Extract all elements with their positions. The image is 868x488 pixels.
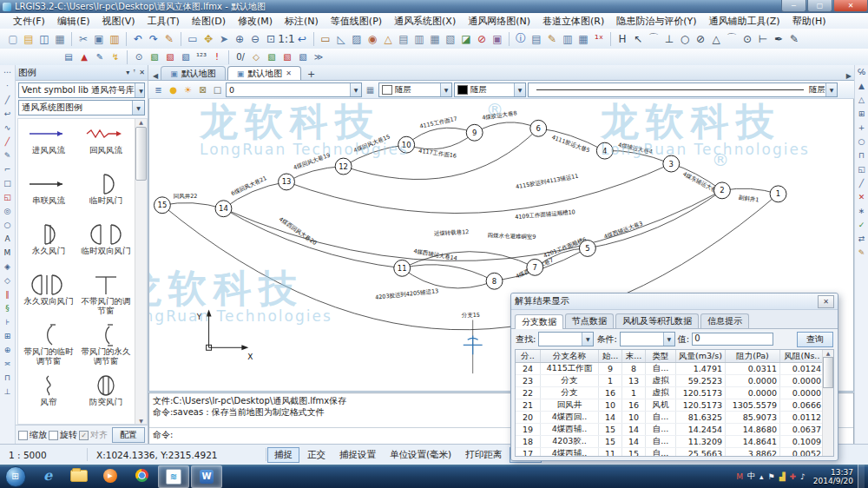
menu-item-2[interactable]: 编辑(E): [51, 15, 96, 28]
move-icon[interactable]: +: [858, 121, 865, 135]
pick-remove-icon[interactable]: ▧: [279, 50, 295, 63]
branch-edge-17[interactable]: [402, 265, 494, 281]
redo-icon[interactable]: ↷: [146, 31, 161, 46]
table-row-3[interactable]: 22分支161虚拟120.51730.00000.00000.0000: [516, 387, 834, 399]
copy-icon[interactable]: ▣: [91, 31, 107, 46]
legend-item-5[interactable]: 永久风门: [20, 223, 77, 274]
grid2-icon[interactable]: ⊞: [858, 107, 865, 121]
start-button[interactable]: ⊞: [3, 465, 27, 487]
table-row-8[interactable]: 174煤西辅..1115自...25.56633.88620.005299.35…: [516, 448, 834, 458]
branch-edge-11[interactable]: [162, 203, 224, 209]
arc-icon[interactable]: ⌒: [646, 31, 661, 46]
pick-add-icon[interactable]: ▧: [264, 50, 279, 63]
legend-item-7[interactable]: 永久双向风门: [20, 274, 77, 324]
fullscreen-icon[interactable]: ▭: [185, 31, 201, 46]
word-taskbar-button[interactable]: W: [191, 465, 222, 488]
chevron-down-icon[interactable]: ▼: [514, 83, 525, 96]
undo-icon[interactable]: ↶: [130, 31, 146, 46]
legend-scrollbar[interactable]: ▲▼: [135, 119, 147, 424]
explorer-taskbar-button[interactable]: [64, 465, 94, 486]
rect-icon[interactable]: □: [3, 176, 11, 190]
printer-icon[interactable]: ▦: [364, 82, 377, 97]
diagram-node-5[interactable]: 5: [579, 241, 595, 257]
cut-icon[interactable]: ✂: [76, 31, 91, 46]
panel-menu-icon[interactable]: ▾: [126, 69, 129, 76]
branch-edge-5[interactable]: [475, 122, 539, 133]
sun-icon[interactable]: ☀: [181, 82, 194, 97]
save-icon[interactable]: ◫: [36, 31, 52, 46]
pin-icon[interactable]: ꜛ: [133, 69, 135, 76]
pick-region-icon[interactable]: ▧: [295, 50, 311, 63]
menu-item-8[interactable]: 等值线图(P): [325, 15, 388, 28]
tray-m-icon[interactable]: M: [736, 472, 743, 481]
menu-item-10[interactable]: 通风网络图(N): [462, 15, 536, 28]
find-icon[interactable]: ⊙: [131, 50, 147, 63]
branch-edge-6[interactable]: [406, 128, 475, 144]
dialog-title-bar[interactable]: 解算结果显示 ✕: [511, 293, 838, 310]
diamond-icon[interactable]: ◇: [4, 274, 10, 287]
status-toggle-5[interactable]: 打印距离: [459, 448, 508, 462]
table-row-2[interactable]: 23分支113虚拟59.25230.00000.00000.0000: [516, 375, 834, 387]
column-header-5[interactable]: 类型: [646, 350, 676, 363]
ime-icon[interactable]: 中: [747, 471, 755, 482]
diagram-node-12[interactable]: 12: [335, 158, 352, 175]
diagram-node-2[interactable]: 2: [713, 182, 730, 199]
select-icon[interactable]: ➤: [216, 31, 232, 46]
minimize-button[interactable]: ─: [781, 0, 806, 12]
chevron-down-icon[interactable]: ▼: [135, 83, 145, 97]
current-layer-select[interactable]: 0 ▼: [226, 82, 362, 97]
solid-tri-icon[interactable]: ▲: [858, 79, 865, 93]
line-icon[interactable]: ╱: [5, 93, 10, 107]
zoom-in-icon[interactable]: ⊕: [232, 31, 247, 46]
diagram-node-1[interactable]: 1: [770, 186, 786, 202]
angle-icon[interactable]: ↖: [630, 31, 646, 46]
align-mid-icon[interactable]: ≍: [4, 357, 11, 371]
network-icon[interactable]: ▟: [779, 472, 786, 481]
paste-icon[interactable]: ▥: [107, 31, 122, 46]
diagram-node-9[interactable]: 9: [466, 124, 483, 141]
branch-edge-3[interactable]: [605, 150, 672, 163]
chevron-down-icon[interactable]: ▼: [440, 83, 451, 96]
scroll-up-icon[interactable]: ▲: [826, 350, 831, 356]
taskbar-clock[interactable]: 13:37 2014/9/20: [813, 468, 853, 485]
brush-icon[interactable]: ✎: [161, 31, 177, 46]
zoom-1to1-icon[interactable]: 1:1: [279, 31, 294, 46]
red-line-icon[interactable]: ╱: [5, 135, 10, 148]
line-color-select[interactable]: 随层 ▼: [454, 82, 526, 97]
circle2-icon[interactable]: ◎: [4, 204, 11, 218]
menu-item-9[interactable]: 通风系统图(X): [388, 15, 462, 28]
corner2-icon[interactable]: ◱: [858, 162, 865, 176]
zero-slash-icon[interactable]: 0/: [233, 50, 248, 63]
tab-scroll-right-icon[interactable]: ▶: [844, 72, 854, 80]
clipboard-icon[interactable]: ▥: [560, 31, 575, 46]
bridge2-icon[interactable]: ⊓: [858, 148, 865, 162]
media-player-taskbar-button[interactable]: ▶: [95, 465, 125, 486]
parallel-icon[interactable]: ∥: [5, 287, 10, 301]
legend-item-6[interactable]: 临时双向风门: [77, 223, 135, 274]
maximize-button[interactable]: ▢: [807, 0, 832, 12]
chevron-down-icon[interactable]: ▼: [582, 333, 593, 346]
search-field-select[interactable]: ▼: [538, 332, 594, 346]
layer4-icon[interactable]: ▧: [443, 31, 458, 46]
action-center-flag-icon[interactable]: ⚑: [768, 472, 775, 481]
chevron-down-icon[interactable]: ▼: [132, 101, 144, 115]
ie-taskbar-button[interactable]: e: [33, 465, 62, 486]
triangle-net-icon[interactable]: △: [380, 31, 396, 46]
text-m-icon[interactable]: M: [4, 246, 11, 260]
lightning-icon[interactable]: ↯: [108, 50, 123, 63]
layer3-icon[interactable]: ▦: [427, 31, 443, 46]
layer1-icon[interactable]: ▤: [396, 31, 411, 46]
edit-attr-icon[interactable]: ◪: [458, 31, 474, 46]
zoom-out-icon[interactable]: ⊖: [247, 31, 263, 46]
diagram-node-10[interactable]: 10: [398, 136, 415, 153]
rotate-checkbox[interactable]: [49, 431, 58, 440]
legend-item-12[interactable]: 防突风门: [77, 374, 135, 425]
perp-icon[interactable]: ⊥: [661, 31, 677, 46]
table-scrollbar[interactable]: ▲: [822, 350, 833, 456]
circle-icon[interactable]: ○: [677, 31, 693, 46]
percent-icon[interactable]: ℅: [858, 65, 865, 79]
menu-item-11[interactable]: 巷道立体图(R): [536, 15, 610, 28]
dialog-tab-3[interactable]: 风机及等积孔数据: [615, 313, 699, 328]
hollow-tri-icon[interactable]: △: [858, 93, 865, 107]
dot-circle-icon[interactable]: ⊙: [740, 31, 755, 46]
